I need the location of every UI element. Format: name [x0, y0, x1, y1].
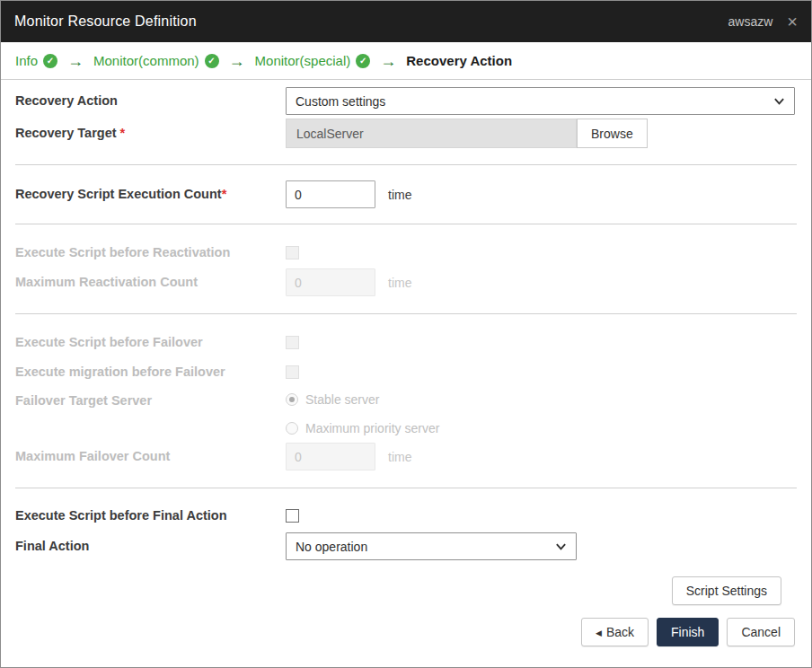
stable-server-option: Stable server — [286, 388, 439, 411]
check-icon: ✓ — [356, 54, 370, 68]
dialog-title: Monitor Resource Definition — [14, 13, 197, 30]
execute-script-before-final-action-control — [286, 509, 795, 523]
execute-script-before-reactivation-control — [286, 246, 795, 259]
execute-migration-before-failover-row: Execute migration before Failover — [1, 358, 811, 385]
section-failover: Execute Script before Failover Execute m… — [1, 314, 811, 488]
step-info[interactable]: Info ✓ — [15, 53, 57, 68]
failover-target-server-control: Stable server Maximum priority server — [286, 388, 795, 440]
step-monitor-common[interactable]: Monitor(common) ✓ — [93, 53, 219, 68]
back-button[interactable]: ◀Back — [581, 618, 649, 646]
maximum-reactivation-count-row: Maximum Reactivation Count time — [1, 268, 811, 296]
execute-script-before-final-action-checkbox[interactable] — [286, 509, 299, 523]
step-arrow-icon: → — [229, 53, 245, 69]
final-action-select[interactable]: No operation — [286, 532, 577, 560]
back-arrow-icon: ◀ — [596, 628, 602, 637]
maximum-failover-count-label: Maximum Failover Count — [15, 448, 286, 464]
execute-script-before-failover-row: Execute Script before Failover — [1, 329, 811, 356]
recovery-target-label: Recovery Target * — [15, 125, 286, 141]
required-asterisk: * — [222, 187, 227, 201]
dialog-actions: ◀Back Finish Cancel — [1, 611, 811, 646]
chevron-down-icon — [555, 541, 567, 552]
close-icon[interactable]: × — [787, 13, 798, 31]
failover-target-server-row: Failover Target Server Stable server Max… — [1, 388, 811, 440]
failover-target-server-radios: Stable server Maximum priority server — [286, 388, 439, 440]
maximum-reactivation-count-unit: time — [388, 276, 411, 290]
execute-script-before-reactivation-row: Execute Script before Reactivation — [1, 239, 811, 266]
finish-button[interactable]: Finish — [657, 618, 719, 646]
monitor-resource-definition-dialog: Monitor Resource Definition awsazw × Inf… — [0, 0, 812, 668]
check-glyph: ✓ — [359, 56, 366, 66]
maximum-failover-count-control: time — [286, 443, 795, 470]
maximum-priority-server-option: Maximum priority server — [286, 417, 439, 440]
final-action-value: No operation — [296, 540, 367, 554]
step-arrow-icon: → — [380, 53, 396, 69]
recovery-action-label: Recovery Action — [15, 92, 286, 109]
step-monitor-special[interactable]: Monitor(special) ✓ — [255, 53, 371, 68]
script-settings-button[interactable]: Script Settings — [672, 576, 781, 605]
wizard-steps: Info ✓ → Monitor(common) ✓ → Monitor(spe… — [1, 42, 811, 80]
check-icon: ✓ — [43, 54, 57, 68]
chevron-down-icon — [773, 95, 785, 107]
execute-script-before-failover-label: Execute Script before Failover — [15, 334, 286, 350]
maximum-priority-server-label: Maximum priority server — [305, 421, 439, 435]
section-recovery-script-count: Recovery Script Execution Count* time — [1, 165, 811, 224]
section-final-action: Execute Script before Final Action Final… — [1, 488, 811, 569]
check-icon: ✓ — [205, 54, 219, 68]
final-action-label: Final Action — [15, 538, 286, 554]
step-arrow-icon: → — [67, 53, 84, 69]
step-recovery-action-label: Recovery Action — [406, 53, 512, 68]
section-reactivation: Execute Script before Reactivation Maxim… — [1, 224, 811, 313]
execute-script-before-final-action-label: Execute Script before Final Action — [15, 507, 286, 523]
dialog-titlebar: Monitor Resource Definition awsazw × — [1, 1, 811, 42]
execute-script-before-failover-control — [286, 336, 795, 349]
execute-migration-before-failover-label: Execute migration before Failover — [15, 364, 286, 380]
recovery-script-count-unit: time — [388, 188, 411, 202]
maximum-failover-count-row: Maximum Failover Count time — [1, 443, 811, 470]
failover-target-server-label: Failover Target Server — [15, 388, 286, 409]
script-settings-row: Script Settings — [1, 569, 811, 611]
browse-button[interactable]: Browse — [577, 119, 648, 148]
execute-script-before-failover-checkbox — [286, 336, 299, 349]
recovery-script-count-input[interactable] — [286, 180, 375, 208]
execute-script-before-reactivation-checkbox — [286, 246, 299, 259]
recovery-action-select[interactable]: Custom settings — [286, 87, 795, 115]
check-glyph: ✓ — [207, 56, 215, 66]
maximum-reactivation-count-label: Maximum Reactivation Count — [15, 274, 286, 290]
cluster-name: awsazw — [728, 14, 773, 29]
recovery-target-control: LocalServer Browse — [286, 119, 795, 148]
recovery-action-row: Recovery Action Custom settings — [1, 87, 811, 115]
recovery-script-count-label-text: Recovery Script Execution Count — [15, 187, 222, 201]
final-action-row: Final Action No operation — [1, 532, 811, 560]
step-recovery-action: Recovery Action — [406, 53, 512, 68]
execute-migration-before-failover-checkbox — [286, 365, 299, 379]
required-asterisk: * — [120, 126, 126, 140]
back-button-label: Back — [606, 625, 634, 639]
recovery-script-count-row: Recovery Script Execution Count* time — [1, 180, 811, 208]
cancel-button[interactable]: Cancel — [727, 618, 795, 646]
maximum-failover-count-input — [286, 443, 375, 470]
form-area: Recovery Action Custom settings Recovery… — [1, 80, 811, 667]
maximum-reactivation-count-control: time — [286, 268, 795, 296]
recovery-target-label-text: Recovery Target — [15, 126, 117, 140]
step-monitor-special-label: Monitor(special) — [255, 53, 351, 68]
check-glyph: ✓ — [47, 56, 54, 66]
maximum-priority-server-radio — [286, 422, 298, 435]
execute-migration-before-failover-control — [286, 365, 795, 379]
maximum-failover-count-unit: time — [388, 450, 411, 464]
execute-script-before-reactivation-label: Execute Script before Reactivation — [15, 244, 286, 260]
recovery-target-row: Recovery Target * LocalServer Browse — [1, 119, 811, 148]
section-recovery-action: Recovery Action Custom settings Recovery… — [1, 80, 811, 164]
stable-server-label: Stable server — [305, 392, 379, 407]
execute-script-before-final-action-row: Execute Script before Final Action — [1, 502, 811, 529]
recovery-script-count-control: time — [286, 180, 795, 208]
step-info-label: Info — [15, 53, 38, 68]
recovery-target-field: LocalServer — [286, 119, 577, 148]
final-action-control: No operation — [286, 532, 795, 560]
stable-server-radio — [286, 393, 298, 406]
maximum-reactivation-count-input — [286, 268, 375, 296]
step-monitor-common-label: Monitor(common) — [93, 53, 199, 68]
recovery-action-value: Custom settings — [296, 94, 385, 109]
recovery-action-control: Custom settings — [286, 87, 795, 115]
recovery-script-count-label: Recovery Script Execution Count* — [15, 186, 286, 202]
